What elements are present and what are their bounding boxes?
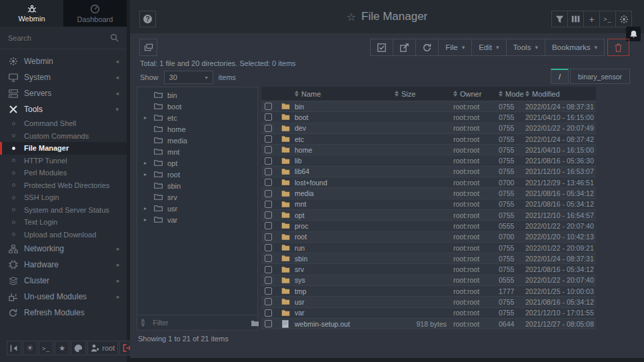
tree-item-bin[interactable]: bin (137, 89, 257, 101)
row-checkbox[interactable] (265, 266, 272, 273)
table-row[interactable]: procroot:root05552022/01/22 - 20:07:40 (261, 221, 596, 231)
shell-button[interactable]: >_ (39, 341, 53, 355)
table-row[interactable]: srvroot:root07552021/08/16 - 05:34:12 (261, 264, 596, 275)
sidebar-item-servers[interactable]: Servers◂ (0, 85, 127, 101)
row-checkbox[interactable] (265, 255, 272, 262)
table-row[interactable]: lib64root:root07552021/12/10 - 16:53:07 (261, 167, 596, 177)
sidebar-item-system[interactable]: System◂ (0, 69, 127, 85)
tree-item-media[interactable]: media (137, 135, 257, 146)
search-icon[interactable] (110, 33, 119, 42)
row-checkbox[interactable] (265, 157, 272, 165)
sidebar-item-file-manager[interactable]: File Manager (0, 142, 127, 155)
row-checkbox[interactable] (265, 113, 272, 121)
sidebar-item-upload-and-download[interactable]: Upload and Download (0, 229, 127, 241)
delete-button[interactable] (607, 39, 629, 56)
row-checkbox[interactable] (265, 179, 272, 186)
column-header-name[interactable]: Name (295, 90, 395, 98)
table-row[interactable]: webmin-setup.out918 bytesroot:root064420… (261, 319, 596, 329)
row-checkbox[interactable] (265, 211, 272, 219)
row-checkbox[interactable] (265, 103, 272, 110)
folder-icon[interactable] (251, 319, 259, 327)
chevron-right-icon[interactable]: ▸ (144, 160, 149, 166)
table-row[interactable]: bootroot:root07552021/04/10 - 16:15:00 (261, 112, 596, 123)
sidebar-item-tools[interactable]: Tools▾ (0, 101, 127, 117)
table-row[interactable]: usrroot:root07552021/08/16 - 05:34:12 (261, 297, 596, 307)
chevron-right-icon[interactable]: ▸ (144, 115, 149, 121)
sidebar-item-un-used-modules[interactable]: Un-used Modules◂ (0, 289, 127, 305)
export-button[interactable] (393, 39, 416, 56)
column-header-owner[interactable]: Owner (453, 90, 499, 98)
sidebar-item-webmin[interactable]: Webmin◂ (0, 53, 127, 69)
row-checkbox[interactable] (265, 125, 272, 132)
sidebar-item-ssh-login[interactable]: SSH Login (0, 191, 127, 204)
tree-item-sbin[interactable]: sbin (137, 180, 257, 191)
terminal-button[interactable]: >_ (599, 11, 616, 27)
help-button[interactable]: ? (139, 11, 156, 27)
table-row[interactable]: libroot:root07552021/08/16 - 05:36:30 (261, 155, 596, 166)
sidebar-item-perl-modules[interactable]: Perl Modules (0, 167, 127, 179)
root-path-button[interactable]: / (551, 69, 569, 84)
gear-button[interactable] (615, 11, 632, 27)
clear-filter-icon[interactable]: × (141, 319, 145, 327)
menu-file[interactable]: File▾ (438, 39, 472, 56)
tab-webmin[interactable]: Webmin (0, 0, 63, 27)
row-checkbox[interactable] (265, 146, 272, 153)
row-checkbox[interactable] (265, 190, 272, 197)
tab-dashboard[interactable]: Dashboard (63, 0, 127, 27)
row-checkbox[interactable] (265, 244, 272, 251)
table-row[interactable]: runroot:root07552022/01/22 - 20:09:21 (261, 243, 596, 253)
star-outline-icon[interactable]: ☆ (347, 11, 356, 23)
table-row[interactable]: tmproot:root17772022/01/25 - 10:00:03 (261, 286, 596, 297)
tree-item-home[interactable]: home (137, 123, 257, 135)
tree-item-mnt[interactable]: mnt (137, 146, 257, 157)
plus-button[interactable]: + (583, 11, 600, 27)
menu-bookmarks[interactable]: Bookmarks▾ (545, 39, 605, 56)
table-row[interactable]: sbinroot:root07552022/01/24 - 08:37:31 (261, 253, 596, 264)
column-header-mode[interactable]: Mode (499, 90, 525, 98)
sidebar-item-custom-commands[interactable]: Custom Commands (0, 130, 127, 143)
chevron-right-icon[interactable]: ▸ (144, 205, 149, 211)
menu-edit[interactable]: Edit▾ (471, 39, 506, 56)
clone-window-button[interactable] (139, 39, 157, 56)
search-input[interactable] (8, 34, 110, 42)
row-checkbox[interactable] (265, 222, 272, 229)
tree-item-boot[interactable]: boot (137, 101, 257, 112)
row-checkbox[interactable] (265, 309, 272, 317)
user-button[interactable]: root (87, 341, 118, 355)
row-checkbox[interactable] (265, 320, 272, 327)
tree-filter-input[interactable] (153, 319, 243, 327)
row-checkbox[interactable] (265, 277, 272, 284)
tree-item-var[interactable]: ▸var (137, 214, 257, 225)
sidebar-item-hardware[interactable]: Hardware◂ (0, 257, 127, 273)
table-row[interactable]: binroot:root07552022/01/24 - 08:37:31 (261, 101, 596, 112)
row-checkbox[interactable] (265, 298, 272, 305)
table-row[interactable]: lost+foundroot:root07002021/12/29 - 13:4… (261, 177, 596, 188)
tree-item-usr[interactable]: ▸usr (137, 203, 257, 214)
row-checkbox[interactable] (265, 201, 272, 208)
table-row[interactable]: rootroot:root07002022/01/20 - 10:42:13 (261, 232, 596, 243)
favorites-button[interactable]: ★ (55, 341, 69, 355)
table-row[interactable]: homeroot:root07552021/04/10 - 16:15:00 (261, 145, 596, 155)
sidebar-item-http-tunnel[interactable]: HTTP Tunnel (0, 155, 127, 167)
menu-tools[interactable]: Tools▾ (506, 39, 545, 56)
sidebar-item-command-shell[interactable]: Command Shell (0, 117, 127, 130)
refresh-button[interactable] (415, 39, 439, 56)
row-checkbox[interactable] (265, 287, 272, 295)
sidebar-item-system-and-server-status[interactable]: System and Server Status (0, 204, 127, 217)
row-checkbox[interactable] (265, 233, 272, 241)
table-row[interactable]: etcroot:root07552022/01/24 - 08:37:42 (261, 134, 596, 145)
chevron-right-icon[interactable]: ▸ (144, 171, 149, 177)
language-button[interactable] (71, 341, 86, 355)
columns-button[interactable] (567, 11, 584, 27)
page-size-select[interactable]: 30 ▾ (164, 71, 213, 84)
chevron-right-icon[interactable]: ▸ (144, 217, 149, 223)
path-input[interactable]: binary_sensor (570, 69, 630, 84)
table-row[interactable]: mediaroot:root07552021/08/16 - 05:34:12 (261, 188, 596, 199)
table-row[interactable]: varroot:root07552021/12/10 - 17:01:55 (261, 308, 596, 319)
theme-button[interactable]: ☀ (23, 341, 37, 355)
row-checkbox[interactable] (265, 135, 272, 143)
sidebar-item-protected-web-directories[interactable]: Protected Web Directories (0, 179, 127, 192)
table-row[interactable]: mntroot:root07552021/08/16 - 05:34:12 (261, 199, 596, 210)
filter-button[interactable] (551, 11, 568, 27)
sidebar-item-cluster[interactable]: Cluster◂ (0, 273, 127, 289)
